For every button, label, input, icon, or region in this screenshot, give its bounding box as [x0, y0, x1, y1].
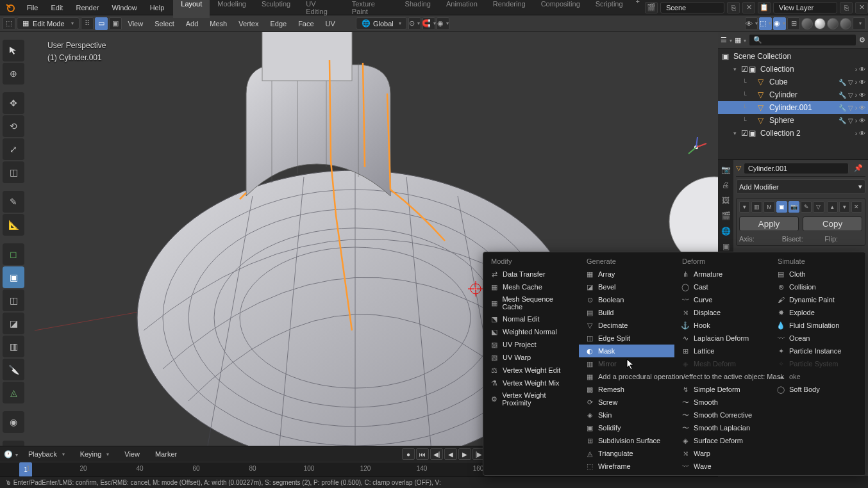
modifier-lattice[interactable]: ⊞Lattice [674, 345, 770, 357]
prop-tab-viewlayer[interactable]: 🖼 [719, 193, 733, 207]
tool-bevel[interactable]: ◪ [3, 313, 24, 334]
mesh-visibility[interactable]: 👁 [745, 17, 758, 30]
modifier-particle-instance[interactable]: ✦Particle Instance [770, 345, 865, 357]
restrict-viewport-icon[interactable]: › [855, 117, 857, 124]
viewlayer-browse-icon[interactable]: 📋 [758, 2, 771, 13]
toggle-1[interactable]: ⊞ [787, 17, 800, 30]
modifier-vertex-weight-mix[interactable]: ⚗Vertex Weight Mix [483, 377, 579, 389]
modifier-curve[interactable]: 〰Curve [674, 293, 770, 306]
vertex-select-mode[interactable]: ⠿ [81, 17, 94, 30]
modifier-mesh-sequence-cache[interactable]: ▦Mesh Sequence Cache [483, 293, 579, 313]
add-workspace-button[interactable]: + [631, 0, 645, 18]
tool-annotate[interactable]: ✎ [3, 191, 24, 213]
modifier-apply-button[interactable]: Apply [739, 216, 799, 231]
shading-wireframe[interactable] [801, 18, 813, 29]
timeline-editor-icon[interactable]: 🕐 [4, 450, 18, 459]
modifier-decimate[interactable]: ▽Decimate [579, 319, 674, 332]
tree-item-collection-2[interactable]: ▾☑▣Collection 2›👁 [718, 127, 868, 140]
tree-item-collection[interactable]: ▾☑▣Collection›👁 [718, 63, 868, 76]
tab-texture-paint[interactable]: Texture Paint [344, 0, 397, 18]
tool-loop-cut[interactable]: ▥ [3, 336, 24, 357]
outliner-filter-icon[interactable]: ⚙ [859, 36, 865, 44]
tool-rotate[interactable]: ⟲ [3, 115, 24, 137]
tree-item-cylinder-001[interactable]: └▽Cylinder.001🔧▽›👁 [718, 101, 868, 114]
restrict-viewport-icon[interactable]: › [855, 92, 857, 99]
menu-window[interactable]: Window [106, 0, 144, 15]
tab-layout[interactable]: Layout [173, 0, 210, 18]
play-reverse-icon[interactable]: ◀ [444, 448, 457, 460]
tool-scale[interactable]: ⤢ [3, 138, 24, 160]
tool-knife[interactable]: 🔪 [3, 359, 24, 380]
tab-animation[interactable]: Animation [438, 0, 485, 18]
modifier-fluid-simulation[interactable]: 💧Fluid Simulation [770, 319, 865, 332]
outliner-display-mode[interactable]: ☰ [721, 36, 732, 44]
modifier-bevel[interactable]: ◪Bevel [579, 281, 674, 293]
modifier-displace[interactable]: ⤨Displace [674, 306, 770, 319]
auto-keyframe-icon[interactable]: ● [402, 448, 415, 460]
tab-uv-editing[interactable]: UV Editing [298, 0, 344, 18]
shading-solid[interactable] [814, 18, 826, 29]
transform-orientation[interactable]: 🌐 Global [356, 17, 407, 29]
shading-rendered[interactable] [840, 18, 851, 29]
modifier-simple-deform[interactable]: ↯Simple Deform [674, 383, 770, 396]
modifier-copy-button[interactable]: Copy [803, 216, 862, 231]
tool-move[interactable]: ✥ [3, 92, 24, 114]
restrict-viewport-icon[interactable]: › [855, 130, 857, 137]
visibility-icon[interactable]: 👁 [859, 117, 865, 124]
modifier-remesh[interactable]: ▩Remesh [579, 383, 674, 396]
tool-add-cube[interactable]: ◻ [3, 243, 24, 265]
modifier-warp[interactable]: ⤨Warp [674, 447, 770, 460]
prop-tab-world[interactable]: 🌐 [719, 224, 733, 238]
tool-poly-build[interactable]: ◬ [3, 382, 24, 403]
modifier-cloth[interactable]: ▤Cloth [770, 268, 865, 281]
tab-sculpting[interactable]: Sculpting [254, 0, 298, 18]
timeline-keying[interactable]: Keying [75, 449, 115, 459]
modifier-edge-split[interactable]: ◫Edge Split [579, 332, 674, 345]
modifier-cage[interactable]: ▽ [813, 201, 824, 213]
tree-item-sphere[interactable]: └▽Sphere🔧▽›👁 [718, 114, 868, 127]
header-add[interactable]: Add [181, 20, 204, 28]
modifier-realtime[interactable]: ▣ [776, 201, 787, 213]
modifier-hook[interactable]: ⚓Hook [674, 319, 770, 332]
modifier-name[interactable]: M [764, 201, 775, 213]
modifier-armature[interactable]: ⋔Armature [674, 268, 770, 281]
visibility-icon[interactable]: 👁 [859, 104, 865, 111]
menu-help[interactable]: Help [144, 0, 171, 15]
header-face[interactable]: Face [293, 20, 319, 28]
modifier-moveup[interactable]: ▴ [827, 201, 838, 213]
pivot-point[interactable]: ⊙ [408, 17, 421, 30]
restrict-viewport-icon[interactable]: › [855, 79, 857, 86]
modifier-array[interactable]: ▦Array [579, 268, 674, 281]
menu-edit[interactable]: Edit [44, 0, 69, 15]
modifier-build[interactable]: ▤Build [579, 306, 674, 319]
modifier-vertex-weight-proximity[interactable]: ⚙Vertex Weight Proximity [483, 389, 579, 409]
modifier-surface-deform[interactable]: ◈Surface Deform [674, 434, 770, 447]
mode-selector[interactable]: ▦ Edit Mode [17, 17, 79, 29]
tool-transform[interactable]: ◫ [3, 161, 24, 183]
modifier-particle-system[interactable]: ✧Particle System [770, 357, 865, 370]
tool-spin[interactable]: ◉ [3, 411, 24, 433]
snap-toggle[interactable]: 🧲 [422, 17, 435, 30]
modifier-soft-body[interactable]: ◯Soft Body [770, 383, 865, 396]
modifier-vertex-weight-edit[interactable]: ⚖Vertex Weight Edit [483, 364, 579, 377]
header-edge[interactable]: Edge [265, 20, 292, 28]
modifier-explode[interactable]: ✸Explode [770, 306, 865, 319]
tool-inset[interactable]: ◫ [3, 289, 24, 311]
tree-scene-collection[interactable]: ▣ Scene Collection [718, 50, 868, 63]
modifier-uv-project[interactable]: ▨UV Project [483, 338, 579, 351]
modifier-weighted-normal[interactable]: ⬕Weighted Normal [483, 325, 579, 338]
tab-compositing[interactable]: Compositing [533, 0, 588, 18]
modifier-subdivision-surface[interactable]: ⊞Subdivision Surface [579, 434, 674, 447]
tab-modeling[interactable]: Modeling [210, 0, 254, 18]
proportional-edit[interactable]: ◉ [437, 17, 449, 30]
viewlayer-delete-icon[interactable]: ✕ [855, 2, 868, 13]
nav-gizmo[interactable] [683, 134, 709, 160]
tool-cursor[interactable]: ⊕ [3, 63, 24, 85]
tool-extrude[interactable]: ▣ [3, 266, 24, 288]
modifier-smooth-corrective[interactable]: 〜Smooth Corrective [674, 409, 770, 421]
modifier-wave[interactable]: 〰Wave [674, 460, 770, 473]
tab-scripting[interactable]: Scripting [588, 0, 631, 18]
modifier-wireframe[interactable]: ⬚Wireframe [579, 460, 674, 473]
modifier-smooth[interactable]: 〜Smooth [674, 396, 770, 409]
modifier-collapse[interactable]: ▾ [739, 201, 750, 213]
